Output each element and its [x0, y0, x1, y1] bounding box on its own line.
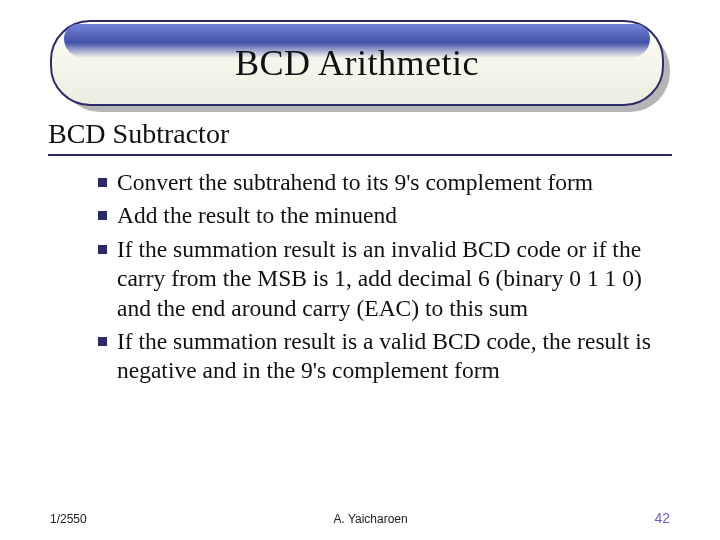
list-item: If the summation result is an invalid BC…: [98, 235, 658, 323]
square-bullet-icon: [98, 211, 107, 220]
bullet-text: If the summation result is a valid BCD c…: [117, 327, 658, 386]
footer-page-number: 42: [654, 510, 670, 526]
list-item: If the summation result is a valid BCD c…: [98, 327, 658, 386]
slide-footer: 1/2550 A. Yaicharoen 42: [0, 510, 720, 526]
square-bullet-icon: [98, 245, 107, 254]
list-item: Convert the subtrahend to its 9's comple…: [98, 168, 658, 197]
slide: BCD Arithmetic BCD Subtractor Convert th…: [0, 0, 720, 540]
bullet-text: Add the result to the minuend: [117, 201, 397, 230]
bullet-text: If the summation result is an invalid BC…: [117, 235, 658, 323]
bullet-text: Convert the subtrahend to its 9's comple…: [117, 168, 593, 197]
bullet-list: Convert the subtrahend to its 9's comple…: [98, 168, 658, 386]
title-frame: BCD Arithmetic: [50, 20, 670, 112]
square-bullet-icon: [98, 337, 107, 346]
slide-title: BCD Arithmetic: [50, 20, 664, 106]
square-bullet-icon: [98, 178, 107, 187]
footer-author: A. Yaicharoen: [333, 512, 407, 526]
list-item: Add the result to the minuend: [98, 201, 658, 230]
section-heading: BCD Subtractor: [48, 118, 672, 156]
footer-date: 1/2550: [50, 512, 87, 526]
